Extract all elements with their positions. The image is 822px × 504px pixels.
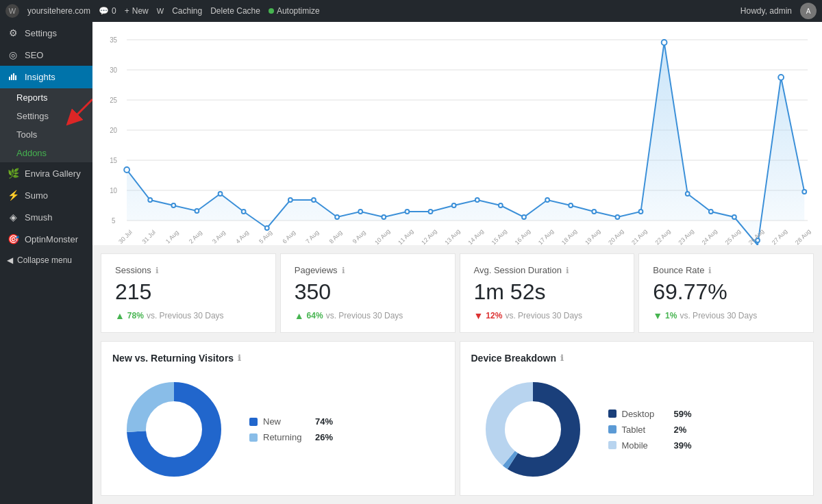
svg-text:15 Aug: 15 Aug	[490, 227, 508, 245]
smush-icon: ◈	[7, 212, 19, 223]
svg-text:25 Aug: 25 Aug	[724, 227, 742, 245]
delete-cache-item[interactable]: Delete Cache	[210, 6, 260, 16]
sessions-label: Sessions ℹ	[115, 265, 262, 275]
svg-text:10 Aug: 10 Aug	[373, 227, 391, 245]
device-legend-mobile: Mobile 39%	[608, 440, 692, 451]
svg-text:25: 25	[110, 97, 117, 104]
svg-point-21	[171, 203, 175, 207]
svg-text:15: 15	[110, 157, 117, 164]
pageviews-info-icon[interactable]: ℹ	[342, 266, 345, 275]
svg-text:14 Aug: 14 Aug	[467, 227, 485, 245]
svg-text:8 Aug: 8 Aug	[328, 229, 344, 244]
svg-text:20 Aug: 20 Aug	[607, 227, 625, 245]
admin-bar: W yoursitehere.com 💬 0 + New W Caching D…	[0, 0, 822, 22]
submenu-tools[interactable]: Tools	[0, 125, 92, 144]
collapse-label: Collapse menu	[17, 255, 72, 265]
sidebar-item-envira[interactable]: 🌿 Envira Gallery	[0, 162, 92, 184]
submenu-reports[interactable]: Reports	[0, 88, 92, 107]
comment-icon: 💬	[99, 6, 109, 16]
submenu-settings[interactable]: Settings	[0, 107, 92, 125]
bottom-row: New vs. Returning Visitors ℹ	[101, 341, 814, 496]
settings-icon: ⚙	[7, 27, 19, 38]
sidebar-item-insights[interactable]: Insights	[0, 66, 92, 88]
new-vs-returning-title: New vs. Returning Visitors ℹ	[112, 353, 444, 364]
insights-submenu: Reports Settings Tools Addons	[0, 88, 92, 162]
svg-text:9 Aug: 9 Aug	[351, 229, 367, 244]
sessions-change: ▲ 78% vs. Previous 30 Days	[115, 310, 262, 321]
caching-label: Caching	[172, 6, 202, 16]
svg-text:18 Aug: 18 Aug	[560, 227, 578, 245]
sidebar-item-seo[interactable]: ◎ SEO	[0, 44, 92, 66]
insights-icon	[7, 71, 19, 83]
wp-logo[interactable]: W	[5, 4, 19, 18]
sessions-info-icon[interactable]: ℹ	[155, 266, 159, 275]
svg-text:21 Aug: 21 Aug	[630, 227, 648, 245]
nvr-info-icon[interactable]: ℹ	[238, 353, 241, 363]
svg-point-38	[569, 203, 573, 207]
svg-text:16 Aug: 16 Aug	[514, 227, 532, 245]
caching-item[interactable]: Caching	[172, 6, 202, 16]
submenu-addons[interactable]: Addons	[0, 144, 92, 162]
pageviews-vs: vs. Previous 30 Days	[326, 311, 403, 320]
desktop-legend-label: Desktop	[622, 409, 663, 419]
comments-count: 0	[112, 6, 116, 16]
howdy-label[interactable]: Howdy, admin	[740, 6, 792, 16]
sidebar-item-smush[interactable]: ◈ Smush	[0, 206, 92, 228]
svg-point-37	[545, 198, 549, 202]
device-legend: Desktop 59% Tablet 2% Mobile 39%	[608, 409, 692, 451]
svg-point-26	[288, 198, 292, 202]
site-name[interactable]: yoursitehere.com	[27, 6, 90, 16]
optinmonster-icon: 🎯	[7, 234, 19, 244]
svg-text:19 Aug: 19 Aug	[584, 227, 601, 245]
avgsession-info-icon[interactable]: ℹ	[566, 266, 569, 275]
collapse-icon: ◀	[7, 255, 13, 265]
sumo-label: Sumo	[25, 190, 48, 201]
avgsession-vs: vs. Previous 30 Days	[505, 311, 582, 320]
svg-point-47	[778, 75, 784, 80]
sessions-value: 215	[115, 279, 262, 305]
bouncerate-info-icon[interactable]: ℹ	[708, 266, 712, 275]
settings-label: Settings	[25, 28, 57, 38]
avatar[interactable]: A	[800, 3, 817, 19]
avgsession-label: Avg. Session Duration ℹ	[474, 265, 621, 275]
svg-point-34	[475, 198, 480, 202]
bouncerate-vs: vs. Previous 30 Days	[680, 311, 757, 320]
svg-text:5: 5	[112, 217, 116, 225]
avgsession-down-arrow: ▼	[474, 310, 484, 321]
svg-point-44	[709, 210, 713, 214]
sidebar-item-settings[interactable]: ⚙ Settings	[0, 22, 92, 44]
bouncerate-pct: 1%	[665, 311, 677, 320]
svg-point-48	[802, 190, 806, 194]
svg-text:1 Aug: 1 Aug	[164, 229, 180, 244]
sidebar-item-sumo[interactable]: ⚡ Sumo	[0, 184, 92, 206]
svg-point-20	[148, 198, 152, 202]
svg-marker-19	[127, 42, 804, 245]
tablet-dot	[608, 425, 616, 433]
sidebar-item-optinmonster[interactable]: 🎯 OptinMonster	[0, 228, 92, 250]
new-legend-label: New	[263, 416, 304, 427]
collapse-menu[interactable]: ◀ Collapse menu	[0, 250, 92, 270]
svg-text:4 Aug: 4 Aug	[234, 229, 250, 244]
comments-item[interactable]: 💬 0	[99, 6, 116, 16]
mobile-legend-pct: 39%	[674, 440, 692, 451]
bouncerate-label: Bounce Rate ℹ	[653, 265, 799, 275]
mobile-legend-label: Mobile	[622, 440, 663, 451]
data-point	[124, 167, 129, 173]
svg-text:5 Aug: 5 Aug	[258, 229, 273, 244]
svg-text:23 Aug: 23 Aug	[677, 227, 695, 245]
nvr-legend-returning: Returning 26%	[249, 432, 333, 442]
envira-label: Envira Gallery	[25, 168, 81, 179]
svg-text:7 Aug: 7 Aug	[304, 229, 320, 244]
stat-card-sessions: Sessions ℹ 215 ▲ 78% vs. Previous 30 Day…	[101, 253, 276, 333]
svg-text:31 Jul: 31 Jul	[140, 229, 157, 245]
avgsession-change: ▼ 12% vs. Previous 30 Days	[474, 310, 621, 321]
svg-text:10: 10	[110, 187, 117, 194]
device-info-icon[interactable]: ℹ	[560, 353, 564, 363]
donut-hole	[147, 402, 201, 457]
wp-icon-item[interactable]: W	[157, 7, 164, 15]
autoptimize-item[interactable]: Autoptimize	[269, 6, 320, 16]
sidebar: ⚙ Settings ◎ SEO Insights Reports Settin…	[0, 22, 92, 504]
new-item[interactable]: + New	[125, 6, 149, 16]
stat-card-bouncerate: Bounce Rate ℹ 69.77% ▼ 1% vs. Previous 3…	[638, 253, 814, 333]
pageviews-up-arrow: ▲	[295, 310, 304, 321]
